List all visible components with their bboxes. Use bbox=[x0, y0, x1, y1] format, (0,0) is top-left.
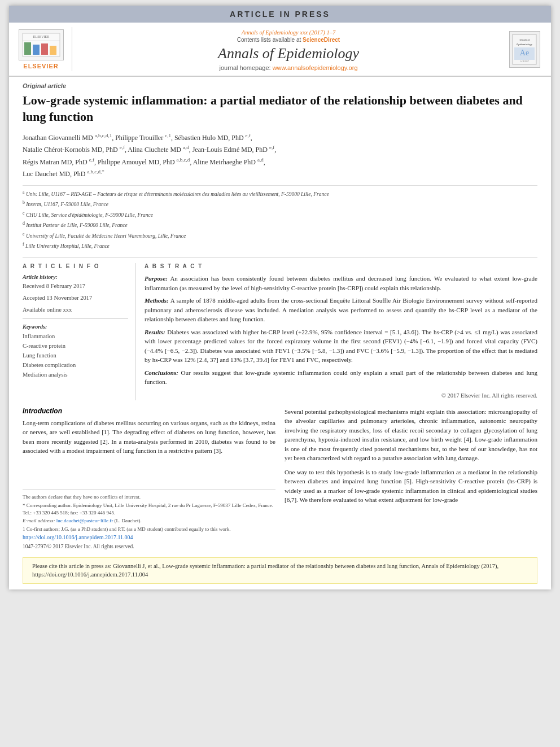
available-text: Available online xxx bbox=[23, 307, 72, 313]
affiliation-f: f Lille University Hospital, Lille, Fran… bbox=[23, 241, 537, 250]
introduction-heading: Introduction bbox=[23, 407, 275, 415]
article-title: Low-grade systemic inflammation: a parti… bbox=[23, 93, 537, 125]
article-type-text: Original article bbox=[23, 82, 66, 89]
abstract-conclusions: Conclusions: Our results suggest that lo… bbox=[145, 368, 537, 387]
title-text: Low-grade systemic inflammation: a parti… bbox=[23, 93, 523, 124]
citation-bar: Please cite this article in press as: Gi… bbox=[23, 557, 537, 584]
article-info-heading-text: A R T I C L E I N F O bbox=[23, 263, 99, 269]
received-text: Received 8 February 2017 bbox=[23, 283, 85, 289]
doi-link[interactable]: https://doi.org/10.1016/j.annepidem.2017… bbox=[23, 534, 275, 540]
journal-header: ELSEVIER ELSEVIER Annals of Epidemiology… bbox=[9, 23, 551, 77]
history-label: Article history: bbox=[23, 274, 128, 280]
journal-badge: Annals of Epidemiology Ae ACE2017 bbox=[505, 27, 544, 71]
authors-block: Jonathan Giovannelli MD a,b,c,d,1, Phili… bbox=[23, 132, 537, 180]
abstract-col: A B S T R A C T Purpose: An association … bbox=[145, 263, 537, 400]
right-paragraph-2: One way to test this hypothesis is to st… bbox=[285, 468, 537, 505]
cofirst-text: 1 Co-first authors; J.G. (as a PhD stude… bbox=[23, 526, 275, 533]
affiliation-c: c CHU Lille, Service d'épidémiologie, F-… bbox=[23, 210, 537, 219]
article-in-press-banner: ARTICLE IN PRESS bbox=[9, 6, 551, 23]
accepted-text: Accepted 13 November 2017 bbox=[23, 295, 92, 301]
svg-rect-2 bbox=[24, 42, 31, 55]
article-type: Original article bbox=[23, 82, 537, 89]
annals-ref-text: Annals of Epidemiology xxx (2017) 1–7 bbox=[242, 29, 336, 36]
main-col-left: Introduction Long-term complications of … bbox=[23, 407, 275, 553]
svg-rect-5 bbox=[50, 46, 56, 55]
sciencedirect-link[interactable]: ScienceDirect bbox=[303, 37, 340, 43]
accepted-date: Accepted 13 November 2017 bbox=[23, 294, 128, 303]
svg-text:Epidemiology: Epidemiology bbox=[516, 43, 533, 46]
svg-rect-3 bbox=[33, 45, 40, 55]
article-info-heading: A R T I C L E I N F O bbox=[23, 263, 128, 269]
svg-text:ACE2017: ACE2017 bbox=[520, 60, 529, 63]
journal-homepage: journal homepage: www.annalsofepidemiolo… bbox=[219, 64, 357, 71]
abstract-results: Results: Diabetes was associated with hi… bbox=[145, 327, 537, 365]
banner-text: ARTICLE IN PRESS bbox=[230, 10, 330, 19]
keyword-5: Mediation analysis bbox=[23, 370, 128, 380]
email-link[interactable]: luc.dauchet@pasteur-lille.fr bbox=[56, 518, 113, 523]
email-text: E-mail address: luc.dauchet@pasteur-lill… bbox=[23, 517, 275, 525]
journal-name-text: Annals of Epidemiology bbox=[218, 45, 359, 62]
abstract-heading-text: A B S T R A C T bbox=[145, 263, 203, 269]
citation-text: Please cite this article in press as: Gi… bbox=[32, 563, 498, 578]
affiliation-b: b Inserm, U1167, F-59000 Lille, France bbox=[23, 199, 537, 208]
history-label-text: Article history: bbox=[23, 274, 58, 280]
corresponding-text: * Corresponding author. Epidemiology Uni… bbox=[23, 502, 275, 516]
keywords-label: Keywords: bbox=[23, 324, 128, 330]
keyword-2: C-reactive protein bbox=[23, 342, 128, 351]
affiliation-d: d Institut Pasteur de Lille, F-59000 Lil… bbox=[23, 220, 537, 229]
received-date: Received 8 February 2017 bbox=[23, 282, 128, 291]
homepage-label: journal homepage: bbox=[219, 64, 270, 71]
copyright: © 2017 Elsevier Inc. All rights reserved… bbox=[145, 391, 537, 400]
elsevier-image: ELSEVIER bbox=[19, 29, 64, 60]
article-info-col: A R T I C L E I N F O Article history: R… bbox=[23, 263, 135, 400]
intro-paragraph-1: Long-term complications of diabetes mell… bbox=[23, 418, 275, 456]
footnote-area: The authors declare that they have no co… bbox=[23, 490, 275, 553]
elsevier-wordmark: ELSEVIER bbox=[23, 63, 58, 69]
right-paragraph-1: Several potential pathophysiological mec… bbox=[285, 407, 537, 463]
main-col-right: Several potential pathophysiological mec… bbox=[285, 407, 537, 553]
copyright-text: © 2017 Elsevier Inc. All rights reserved… bbox=[441, 392, 537, 399]
affiliation-e: e University of Lille, Faculté de Médeci… bbox=[23, 231, 537, 240]
abstract-heading: A B S T R A C T bbox=[145, 263, 537, 269]
conflict-text: The authors declare that they have no co… bbox=[23, 493, 275, 501]
page: ARTICLE IN PRESS ELSEVIER ELSEVIER Annal… bbox=[9, 6, 551, 589]
abstract-methods: Methods: A sample of 1878 middle-aged ad… bbox=[145, 296, 537, 324]
keywords-label-text: Keywords: bbox=[23, 324, 47, 330]
keyword-4: Diabetes complication bbox=[23, 361, 128, 370]
annals-ref: Annals of Epidemiology xxx (2017) 1–7 bbox=[242, 29, 336, 36]
homepage-url[interactable]: www.annalsofepidemiology.org bbox=[273, 64, 358, 71]
article-body: Original article Low-grade systemic infl… bbox=[9, 77, 551, 400]
contents-available: Contents lists available at ScienceDirec… bbox=[237, 37, 340, 43]
main-text: Introduction Long-term complications of … bbox=[9, 400, 551, 553]
journal-title-block: Annals of Epidemiology xxx (2017) 1–7 Co… bbox=[78, 27, 499, 71]
keyword-3: Lung function bbox=[23, 351, 128, 361]
svg-text:ELSEVIER: ELSEVIER bbox=[33, 35, 49, 38]
badge-image: Annals of Epidemiology Ae ACE2017 bbox=[509, 31, 540, 68]
keyword-1: Inflammation bbox=[23, 332, 128, 342]
journal-name: Annals of Epidemiology bbox=[218, 45, 359, 62]
svg-text:Ae: Ae bbox=[520, 49, 529, 57]
available-date: Available online xxx bbox=[23, 306, 128, 314]
svg-text:Annals of: Annals of bbox=[518, 38, 530, 41]
article-info-abstract: A R T I C L E I N F O Article history: R… bbox=[23, 257, 537, 400]
affiliations-block: a Univ. Lille, U1167 – RID-AGE – Facteur… bbox=[23, 185, 537, 250]
svg-rect-4 bbox=[41, 43, 48, 55]
issn-text: 1047-2797/© 2017 Elsevier Inc. All right… bbox=[23, 544, 134, 549]
affiliation-a: a Univ. Lille, U1167 – RID-AGE – Facteur… bbox=[23, 189, 537, 198]
contents-text: Contents lists available at bbox=[237, 37, 301, 43]
keywords-list: Inflammation C-reactive protein Lung fun… bbox=[23, 332, 128, 379]
abstract-text: Purpose: An association has been consist… bbox=[145, 274, 537, 400]
elsevier-logo: ELSEVIER ELSEVIER bbox=[16, 27, 72, 71]
info-divider bbox=[23, 318, 128, 319]
abstract-purpose: Purpose: An association has been consist… bbox=[145, 274, 537, 292]
intro-heading-text: Introduction bbox=[23, 407, 62, 415]
